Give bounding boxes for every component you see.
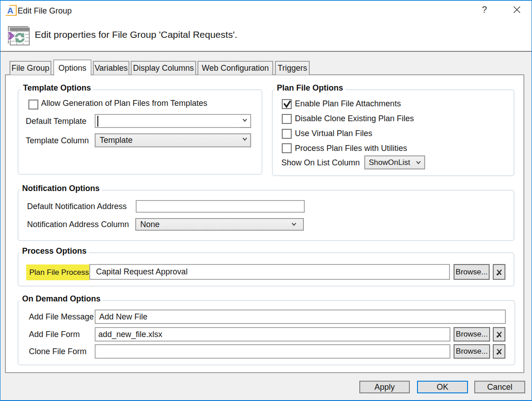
svg-text:A: A (7, 6, 14, 15)
